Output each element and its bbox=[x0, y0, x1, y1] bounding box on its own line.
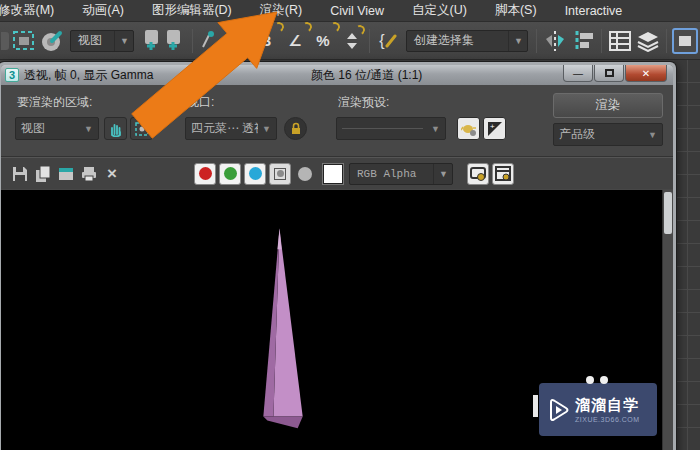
minimize-button[interactable]: — bbox=[563, 65, 593, 82]
menu-interactive[interactable]: Interactive bbox=[551, 1, 637, 21]
background-color-swatch[interactable] bbox=[323, 164, 343, 184]
monochrome-channel-button[interactable] bbox=[269, 163, 291, 185]
toolbar-separator bbox=[536, 29, 537, 53]
svg-text:+: + bbox=[490, 122, 495, 131]
render-button[interactable]: 渲染 bbox=[553, 93, 663, 118]
viewport-value: 四元菜⋯ 透视 bbox=[191, 120, 258, 137]
toggle-ui-icon[interactable] bbox=[492, 163, 514, 185]
render-controls-panel: 要渲染的区域: 视图 ▼ 视口: 四元菜⋯ 透视 ▼ 渲染预设: ▼ + bbox=[1, 85, 673, 157]
chevron-down-icon: ▼ bbox=[258, 124, 271, 134]
chevron-down-icon: ▼ bbox=[427, 124, 440, 134]
save-image-icon[interactable] bbox=[9, 163, 31, 185]
chevron-down-icon: ▼ bbox=[508, 31, 523, 51]
named-selection-set-dropdown[interactable]: 创建选择集 ▼ bbox=[406, 30, 528, 52]
viewport-grid-background bbox=[674, 60, 700, 450]
rendered-frame-window: 3 透视, 帧 0, 显示 Gamma 颜色 16 位/通道 (1:1) — ✕… bbox=[0, 62, 676, 450]
render-window-title-left: 透视, 帧 0, 显示 Gamma bbox=[24, 67, 153, 84]
render-quality-dropdown[interactable]: 产品级 ▼ bbox=[553, 123, 663, 146]
render-window-title-right: 颜色 16 位/通道 (1:1) bbox=[311, 67, 422, 84]
edit-region-icon[interactable] bbox=[130, 117, 153, 140]
menu-customize[interactable]: 自定义(U) bbox=[398, 0, 481, 22]
chevron-down-icon: ▼ bbox=[114, 31, 129, 51]
mirror-icon[interactable] bbox=[541, 27, 569, 55]
menu-rendering[interactable]: 渲染(R) bbox=[246, 0, 316, 22]
toolbar-separator bbox=[666, 29, 667, 53]
edit-named-selection-sets-icon[interactable]: { bbox=[374, 27, 402, 55]
area-to-render-value: 视图 bbox=[21, 120, 45, 137]
menu-modifiers[interactable]: 修改器(M) bbox=[0, 0, 68, 22]
area-to-render-label: 要渲染的区域: bbox=[17, 94, 92, 111]
red-channel-icon bbox=[199, 167, 212, 180]
render-window-titlebar[interactable]: 3 透视, 帧 0, 显示 Gamma 颜色 16 位/通道 (1:1) — ✕ bbox=[1, 65, 673, 85]
clone-render-frame-icon[interactable] bbox=[55, 163, 77, 185]
viewport-lock-icon[interactable] bbox=[284, 117, 307, 140]
angle-snap-toggle-icon[interactable]: ∠ bbox=[281, 27, 309, 55]
paint-selection-region-icon[interactable] bbox=[38, 27, 66, 55]
watermark-badge: 溜溜自学 ZIXUE.3D66.COM bbox=[539, 383, 657, 436]
render-quality-value: 产品级 bbox=[559, 126, 595, 143]
toolbar-separator bbox=[601, 29, 602, 53]
blue-channel-button[interactable] bbox=[244, 163, 266, 185]
render-preset-label: 渲染预设: bbox=[338, 94, 389, 111]
close-button[interactable]: ✕ bbox=[625, 65, 667, 82]
toolbar-separator bbox=[192, 29, 193, 53]
toggle-ui-overlays-icon[interactable] bbox=[467, 163, 489, 185]
alpha-channel-button[interactable] bbox=[294, 163, 316, 185]
window-crossing-dropdown[interactable]: 视图 ▼ bbox=[70, 30, 134, 52]
named-selection-set-value: 创建选择集 bbox=[414, 32, 474, 49]
watermark-dot-icon bbox=[586, 376, 594, 384]
empty-preset-lines bbox=[342, 128, 423, 129]
green-channel-button[interactable] bbox=[219, 163, 241, 185]
partial-edge-icon bbox=[0, 27, 10, 55]
maximize-button[interactable] bbox=[594, 65, 624, 82]
window-crossing-value: 视图 bbox=[78, 32, 102, 49]
print-image-icon[interactable] bbox=[78, 163, 100, 185]
chevron-down-icon: ▼ bbox=[644, 130, 657, 140]
menu-bar: 修改器(M) 动画(A) 图形编辑器(D) 渲染(R) Civil View 自… bbox=[0, 0, 700, 22]
auto-region-hand-icon[interactable] bbox=[104, 117, 127, 140]
toolbar-separator bbox=[369, 29, 370, 53]
clear-image-icon[interactable]: × bbox=[101, 163, 123, 185]
menu-civil-view[interactable]: Civil View bbox=[316, 1, 398, 21]
viewport-dropdown[interactable]: 四元菜⋯ 透视 ▼ bbox=[185, 117, 277, 140]
environment-exposure-icon[interactable]: + bbox=[483, 117, 506, 140]
monochrome-icon bbox=[274, 168, 286, 180]
channel-display-dropdown[interactable]: RGB Alpha ▼ bbox=[349, 163, 453, 185]
chevron-down-icon: ▼ bbox=[433, 164, 448, 184]
select-and-manipulate-icon[interactable] bbox=[197, 27, 225, 55]
align-icon[interactable] bbox=[569, 27, 597, 55]
window-controls: — ✕ bbox=[562, 65, 667, 82]
percent-snap-toggle-icon[interactable]: % bbox=[309, 27, 337, 55]
watermark-dot-icon bbox=[600, 376, 608, 384]
menu-animation[interactable]: 动画(A) bbox=[68, 0, 138, 22]
main-toolbar: 视图 ▼ 3 ∠ % { 创建选择集 ▼ bbox=[0, 22, 700, 60]
chevron-down-icon: ▼ bbox=[80, 124, 93, 134]
spinner-snap-toggle-icon[interactable] bbox=[337, 27, 365, 55]
green-channel-icon bbox=[224, 167, 237, 180]
scrollbar-thumb[interactable] bbox=[664, 192, 672, 234]
layer-manager-icon[interactable] bbox=[634, 27, 662, 55]
menu-graph-editors[interactable]: 图形编辑器(D) bbox=[138, 0, 246, 22]
blue-channel-icon bbox=[249, 167, 262, 180]
copy-image-icon[interactable] bbox=[32, 163, 54, 185]
use-selection-center-icon[interactable] bbox=[160, 27, 188, 55]
max-app-icon: 3 bbox=[5, 68, 19, 82]
render-setup-icon[interactable] bbox=[457, 117, 480, 140]
menu-scripting[interactable]: 脚本(S) bbox=[481, 0, 551, 22]
watermark-subtitle: ZIXUE.3D66.COM bbox=[575, 416, 640, 423]
vertical-scrollbar[interactable] bbox=[662, 190, 673, 450]
area-to-render-dropdown[interactable]: 视图 ▼ bbox=[15, 117, 99, 140]
scene-explorer-icon[interactable] bbox=[606, 27, 634, 55]
rectangular-selection-region-icon[interactable] bbox=[10, 27, 38, 55]
red-channel-button[interactable] bbox=[194, 163, 216, 185]
render-frame-toolbar: × RGB Alpha ▼ bbox=[1, 157, 673, 189]
watermark-title: 溜溜自学 bbox=[575, 396, 640, 415]
keyboard-shortcut-toggle-icon[interactable] bbox=[225, 27, 253, 55]
rendered-image-canvas: 溜溜自学 ZIXUE.3D66.COM bbox=[1, 190, 673, 450]
watermark-fragment bbox=[533, 395, 538, 417]
ribbon-toggle-icon[interactable] bbox=[671, 27, 699, 55]
render-preset-dropdown[interactable]: ▼ bbox=[336, 117, 446, 140]
play-icon bbox=[545, 397, 571, 423]
maximize-icon bbox=[605, 69, 614, 77]
snaps-toggle-3d-icon[interactable]: 3 bbox=[253, 27, 281, 55]
